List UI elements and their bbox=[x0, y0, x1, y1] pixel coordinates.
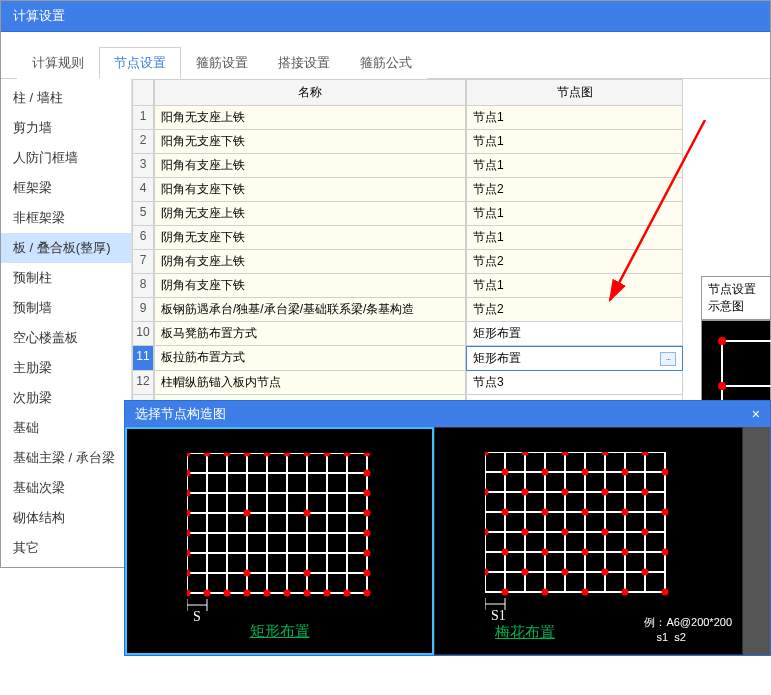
tab-4[interactable]: 箍筋公式 bbox=[345, 47, 427, 79]
cell-name[interactable]: 阳角无支座上铁 bbox=[154, 106, 466, 130]
svg-point-39 bbox=[244, 590, 251, 597]
svg-point-112 bbox=[602, 529, 609, 536]
settings-table: 名称 节点图 1阳角无支座上铁节点12阳角无支座下铁节点13阳角有支座上铁节点1… bbox=[132, 79, 770, 443]
row-number[interactable]: 5 bbox=[132, 202, 154, 226]
sidebar-item[interactable]: 基础 bbox=[1, 413, 131, 443]
row-number[interactable]: 2 bbox=[132, 130, 154, 154]
cell-name[interactable]: 板拉筋布置方式 bbox=[154, 346, 466, 371]
row-number[interactable]: 1 bbox=[132, 106, 154, 130]
cell-node[interactable]: 节点3 bbox=[466, 371, 683, 395]
cell-name[interactable]: 阴角无支座下铁 bbox=[154, 226, 466, 250]
cell-name[interactable]: 阳角无支座下铁 bbox=[154, 130, 466, 154]
svg-point-31 bbox=[187, 590, 191, 597]
svg-point-88 bbox=[485, 529, 489, 536]
svg-point-120 bbox=[642, 529, 649, 536]
cell-node[interactable]: 节点2 bbox=[466, 298, 683, 322]
svg-point-93 bbox=[502, 589, 509, 596]
sidebar-item[interactable]: 基础次梁 bbox=[1, 473, 131, 503]
sidebar-item[interactable]: 主肋梁 bbox=[1, 353, 131, 383]
sidebar-item[interactable]: 砌体结构 bbox=[1, 503, 131, 533]
row-number[interactable]: 9 bbox=[132, 298, 154, 322]
svg-point-96 bbox=[522, 529, 529, 536]
row-number[interactable]: 11 bbox=[132, 346, 154, 371]
svg-point-52 bbox=[364, 453, 371, 457]
sidebar-item[interactable]: 次肋梁 bbox=[1, 383, 131, 413]
svg-point-107 bbox=[582, 509, 589, 516]
cell-node[interactable]: 节点1 bbox=[466, 202, 683, 226]
cell-node[interactable]: 节点1 bbox=[466, 106, 683, 130]
sidebar-item[interactable]: 其它 bbox=[1, 533, 131, 563]
svg-point-119 bbox=[642, 489, 649, 496]
close-icon[interactable]: × bbox=[752, 406, 760, 422]
row-number[interactable]: 7 bbox=[132, 250, 154, 274]
sidebar-item[interactable]: 柱 / 墙柱 bbox=[1, 83, 131, 113]
tab-2[interactable]: 箍筋设置 bbox=[181, 47, 263, 79]
svg-point-86 bbox=[485, 452, 489, 456]
cell-node[interactable]: 矩形布置 bbox=[466, 322, 683, 346]
cell-name[interactable]: 板钢筋遇承台/独基/承台梁/基础联系梁/条基构造 bbox=[154, 298, 466, 322]
svg-point-124 bbox=[662, 549, 669, 556]
cell-name[interactable]: 阳角有支座下铁 bbox=[154, 178, 466, 202]
svg-point-3 bbox=[718, 337, 726, 345]
sidebar-item[interactable]: 框架梁 bbox=[1, 173, 131, 203]
sidebar-item[interactable]: 非框架梁 bbox=[1, 203, 131, 233]
cell-node[interactable]: 节点1 bbox=[466, 226, 683, 250]
row-number[interactable]: 12 bbox=[132, 371, 154, 395]
svg-point-103 bbox=[562, 489, 569, 496]
sidebar-item[interactable]: 空心楼盖板 bbox=[1, 323, 131, 353]
svg-point-104 bbox=[562, 529, 569, 536]
svg-point-110 bbox=[602, 452, 609, 456]
svg-point-94 bbox=[522, 452, 529, 456]
svg-point-56 bbox=[364, 530, 371, 537]
cell-name[interactable]: 板马凳筋布置方式 bbox=[154, 322, 466, 346]
svg-point-28 bbox=[187, 530, 191, 537]
tab-1[interactable]: 节点设置 bbox=[99, 47, 181, 79]
svg-point-91 bbox=[502, 509, 509, 516]
node-diagram-dialog: 选择节点构造图 × SS矩形布置S1S2梅花布置例：A6@200*200 s1 … bbox=[124, 400, 771, 656]
sidebar-item[interactable]: 剪力墙 bbox=[1, 113, 131, 143]
cell-node[interactable]: 矩形布置··· bbox=[466, 346, 683, 371]
svg-point-99 bbox=[542, 509, 549, 516]
svg-point-48 bbox=[324, 453, 331, 457]
svg-point-51 bbox=[344, 590, 351, 597]
cell-name[interactable]: 阴角有支座下铁 bbox=[154, 274, 466, 298]
row-number[interactable]: 4 bbox=[132, 178, 154, 202]
sidebar-item[interactable]: 板 / 叠合板(整厚) bbox=[1, 233, 131, 263]
cell-name[interactable]: 柱帽纵筋锚入板内节点 bbox=[154, 371, 466, 395]
sidebar-item[interactable]: 预制墙 bbox=[1, 293, 131, 323]
tab-0[interactable]: 计算规则 bbox=[17, 47, 99, 79]
sidebar-item[interactable]: 人防门框墙 bbox=[1, 143, 131, 173]
svg-point-100 bbox=[542, 549, 549, 556]
svg-point-118 bbox=[642, 452, 649, 456]
cell-node[interactable]: 节点2 bbox=[466, 250, 683, 274]
sidebar-item[interactable]: 预制柱 bbox=[1, 263, 131, 293]
more-icon[interactable]: ··· bbox=[660, 352, 676, 366]
cell-node[interactable]: 节点1 bbox=[466, 130, 683, 154]
cell-name[interactable]: 阴角有支座上铁 bbox=[154, 250, 466, 274]
sidebar-item[interactable]: 基础主梁 / 承台梁 bbox=[1, 443, 131, 473]
cell-node[interactable]: 节点1 bbox=[466, 274, 683, 298]
layout-option[interactable]: S1S2梅花布置例：A6@200*200 s1 s2 bbox=[434, 427, 743, 655]
svg-point-30 bbox=[187, 570, 191, 577]
cell-name[interactable]: 阴角无支座上铁 bbox=[154, 202, 466, 226]
svg-point-50 bbox=[344, 453, 351, 457]
tab-3[interactable]: 搭接设置 bbox=[263, 47, 345, 79]
svg-point-121 bbox=[642, 569, 649, 576]
cell-name[interactable]: 阳角有支座上铁 bbox=[154, 154, 466, 178]
row-number[interactable]: 3 bbox=[132, 154, 154, 178]
svg-point-32 bbox=[204, 453, 211, 457]
svg-point-116 bbox=[622, 549, 629, 556]
row-number[interactable]: 10 bbox=[132, 322, 154, 346]
row-number[interactable]: 8 bbox=[132, 274, 154, 298]
layout-option[interactable]: SS矩形布置 bbox=[125, 427, 434, 655]
svg-point-25 bbox=[187, 470, 191, 477]
svg-point-106 bbox=[582, 469, 589, 476]
svg-point-38 bbox=[244, 570, 251, 577]
tabs-bar: 计算规则节点设置箍筋设置搭接设置箍筋公式 bbox=[1, 38, 770, 79]
row-number[interactable]: 6 bbox=[132, 226, 154, 250]
svg-text:S1: S1 bbox=[491, 608, 506, 623]
cell-node[interactable]: 节点2 bbox=[466, 178, 683, 202]
preview-panel-title: 节点设置示意图 bbox=[701, 276, 771, 320]
cell-node[interactable]: 节点1 bbox=[466, 154, 683, 178]
svg-point-102 bbox=[562, 452, 569, 456]
